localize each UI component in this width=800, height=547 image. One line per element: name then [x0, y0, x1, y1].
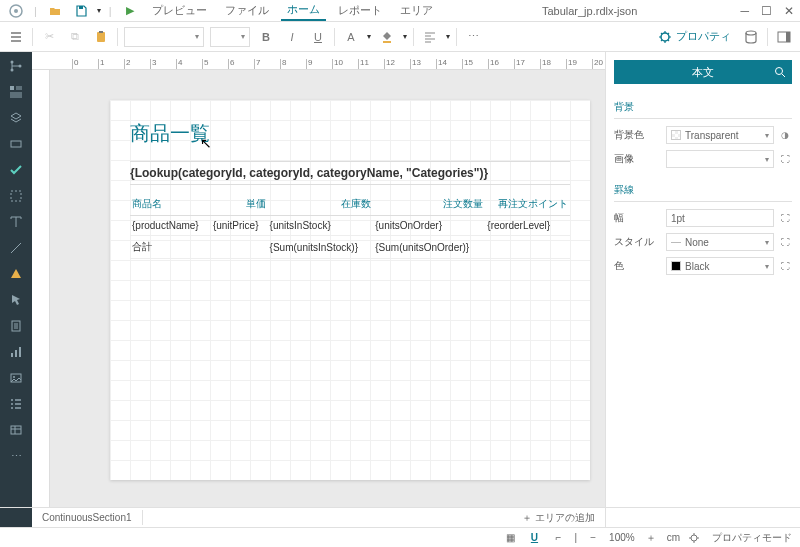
lookup-expression[interactable]: {Lookup(categoryId, categoryId, category… — [130, 161, 570, 185]
add-area-button[interactable]: ＋ エリアの追加 — [512, 511, 605, 525]
open-icon[interactable] — [45, 1, 65, 21]
image-input[interactable]: ▾ — [666, 150, 774, 168]
ruler-mode-icon[interactable]: ⌐ — [550, 532, 566, 543]
chevron-down-icon[interactable]: ▾ — [765, 131, 769, 140]
tool-tree-icon[interactable] — [8, 58, 24, 74]
panel-toggle-icon[interactable] — [774, 27, 794, 47]
bg-color-input[interactable]: Transparent ▾ — [666, 126, 774, 144]
report-page[interactable]: 商品一覧 {Lookup(categoryId, categoryId, cat… — [110, 100, 590, 480]
cell-sum-stock[interactable]: {Sum(unitsInStock)} — [268, 236, 374, 259]
font-color-dropdown[interactable]: ▾ — [367, 32, 371, 41]
page-title[interactable]: 商品一覧 — [130, 120, 570, 147]
section-tab[interactable]: ContinuousSection1 — [32, 510, 143, 525]
cell-sum-order[interactable]: {Sum(unitsOnOrder)} — [373, 236, 485, 259]
underline-mode-icon[interactable]: U — [526, 532, 542, 543]
font-color-icon[interactable]: A — [341, 27, 361, 47]
close-icon[interactable]: ✕ — [784, 4, 794, 18]
expand-icon[interactable]: ⛶ — [778, 152, 792, 166]
bold-icon[interactable]: B — [256, 27, 276, 47]
cut-icon[interactable]: ✂ — [39, 27, 59, 47]
cell-reorder[interactable]: {reorderLevel} — [485, 216, 570, 236]
tool-text-icon[interactable] — [8, 214, 24, 230]
expand-icon[interactable]: ⛶ — [778, 235, 792, 249]
file-menu[interactable]: ファイル — [219, 1, 275, 20]
tool-list-icon[interactable] — [8, 396, 24, 412]
gear-icon[interactable] — [688, 532, 704, 544]
svg-rect-5 — [383, 41, 391, 43]
play-icon[interactable]: ▶ — [120, 1, 140, 21]
chevron-down-icon[interactable]: ▾ — [765, 262, 769, 271]
tool-grid-icon[interactable] — [8, 84, 24, 100]
search-icon[interactable] — [774, 66, 786, 78]
chevron-down-icon[interactable]: ▾ — [765, 238, 769, 247]
tool-pointer-icon[interactable] — [8, 292, 24, 308]
align-icon[interactable] — [420, 27, 440, 47]
expand-icon[interactable]: ⛶ — [778, 259, 792, 273]
zoom-level[interactable]: 100% — [609, 532, 635, 543]
svg-rect-15 — [10, 92, 22, 98]
preview-menu[interactable]: プレビュー — [146, 1, 213, 20]
area-menu[interactable]: エリア — [394, 1, 439, 20]
tool-report-icon[interactable] — [8, 318, 24, 334]
property-mode-label[interactable]: プロパティモード — [712, 531, 792, 545]
expand-icon[interactable]: ⛶ — [778, 211, 792, 225]
maximize-icon[interactable]: ☐ — [761, 4, 772, 18]
data-icon[interactable] — [741, 27, 761, 47]
style-label: スタイル — [614, 235, 662, 249]
data-table[interactable]: 商品名 単価 在庫数 注文数量 再注文ポイント {productName} {u… — [130, 193, 570, 259]
tool-select-icon[interactable] — [8, 188, 24, 204]
tool-image-icon[interactable] — [8, 370, 24, 386]
font-size-select[interactable]: ▾ — [210, 27, 250, 47]
cell-total-label[interactable]: 合計 — [130, 236, 211, 259]
cell-order[interactable]: {unitsOnOrder} — [373, 216, 485, 236]
tool-rect-icon[interactable] — [8, 136, 24, 152]
tool-line-icon[interactable] — [8, 240, 24, 256]
svg-rect-14 — [16, 86, 22, 90]
italic-icon[interactable]: I — [282, 27, 302, 47]
col-header-price[interactable]: 単価 — [211, 193, 268, 216]
col-header-reorder[interactable]: 再注文ポイント — [485, 193, 570, 216]
grid-view-icon[interactable]: ▦ — [502, 532, 518, 543]
zoom-in-icon[interactable]: ＋ — [643, 531, 659, 545]
tool-shape-icon[interactable] — [8, 266, 24, 282]
col-header-name[interactable]: 商品名 — [130, 193, 211, 216]
col-header-order[interactable]: 注文数量 — [373, 193, 485, 216]
tool-more-icon[interactable]: ⋯ — [8, 448, 24, 464]
save-dropdown-icon[interactable]: ▾ — [97, 6, 101, 15]
fill-color-icon[interactable] — [377, 27, 397, 47]
col-header-stock[interactable]: 在庫数 — [268, 193, 374, 216]
width-label: 幅 — [614, 211, 662, 225]
align-dropdown[interactable]: ▾ — [446, 32, 450, 41]
tool-bar-icon[interactable] — [8, 344, 24, 360]
properties-panel: 本文 背景 背景色 Transparent ▾ ◑ 画像 ▾ — [605, 52, 800, 507]
unit-label[interactable]: cm — [667, 532, 680, 543]
save-icon[interactable] — [71, 1, 91, 21]
more-icon[interactable]: ⋯ — [463, 27, 483, 47]
width-input[interactable]: 1pt — [666, 209, 774, 227]
tool-layers-icon[interactable] — [8, 110, 24, 126]
tool-check-icon[interactable] — [8, 162, 24, 178]
color-input[interactable]: Black ▾ — [666, 257, 774, 275]
underline-icon[interactable]: U — [308, 27, 328, 47]
cell-price[interactable]: {unitPrice} — [211, 216, 268, 236]
properties-label: プロパティ — [676, 29, 731, 44]
properties-toggle[interactable]: プロパティ — [654, 27, 735, 46]
tool-table-icon[interactable] — [8, 422, 24, 438]
style-input[interactable]: None ▾ — [666, 233, 774, 251]
color-picker-icon[interactable]: ◑ — [778, 128, 792, 142]
hamburger-icon[interactable] — [6, 27, 26, 47]
fill-color-dropdown[interactable]: ▾ — [403, 32, 407, 41]
cell-name[interactable]: {productName} — [130, 216, 211, 236]
home-menu[interactable]: ホーム — [281, 0, 326, 21]
cell-stock[interactable]: {unitsInStock} — [268, 216, 374, 236]
copy-icon[interactable]: ⧉ — [65, 27, 85, 47]
chevron-down-icon[interactable]: ▾ — [765, 155, 769, 164]
paste-icon[interactable] — [91, 27, 111, 47]
font-family-select[interactable]: ▾ — [124, 27, 204, 47]
svg-rect-19 — [11, 353, 13, 357]
minimize-icon[interactable]: ─ — [740, 4, 749, 18]
zoom-out-icon[interactable]: − — [585, 532, 601, 543]
design-surface[interactable]: ↖ 商品一覧 {Lookup(categoryId, categoryId, c… — [50, 70, 605, 507]
report-menu[interactable]: レポート — [332, 1, 388, 20]
properties-header[interactable]: 本文 — [614, 60, 792, 84]
